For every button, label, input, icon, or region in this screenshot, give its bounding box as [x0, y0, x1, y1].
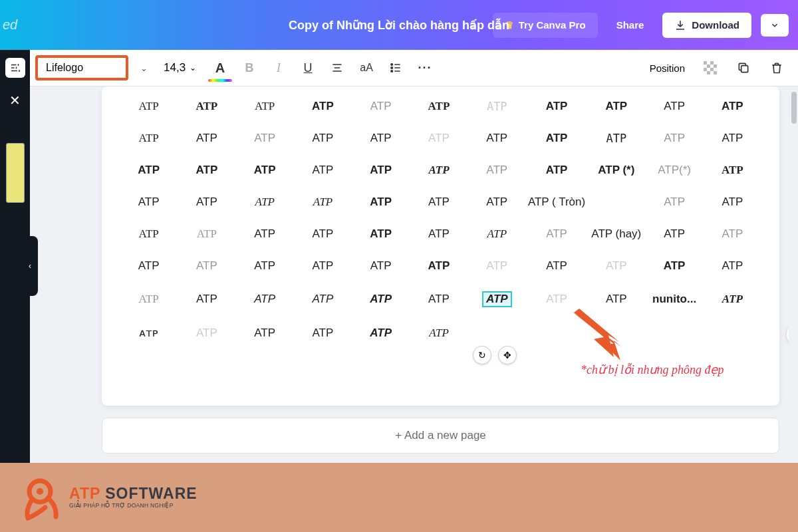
font-sample-cell[interactable]: ATP: [180, 162, 233, 178]
font-sample-cell[interactable]: ATP: [122, 162, 176, 178]
font-sample-cell[interactable]: ATP: [706, 258, 759, 274]
font-sample-cell[interactable]: ATP: [296, 130, 350, 146]
font-sample-cell[interactable]: ᴀᴛᴘ: [122, 325, 176, 341]
document-title[interactable]: Copy of Những Lời chào hàng hấp dẫn: [289, 18, 509, 33]
font-sample-cell[interactable]: ATP: [528, 258, 585, 274]
font-sample-cell[interactable]: ATP: [296, 325, 350, 341]
font-sample-cell[interactable]: ATP: [238, 194, 292, 210]
transparency-button[interactable]: [698, 56, 722, 80]
font-sample-cell[interactable]: ATP: [354, 162, 408, 178]
font-sample-cell[interactable]: ATP: [238, 291, 292, 307]
font-sample-cell[interactable]: ATP: [706, 98, 759, 114]
font-sample-cell[interactable]: nunito...: [647, 291, 701, 307]
font-sample-cell[interactable]: ATP: [180, 258, 233, 274]
font-sample-cell[interactable]: ATP: [354, 194, 408, 210]
move-handle[interactable]: ✥: [498, 346, 517, 364]
font-sample-cell[interactable]: ATP: [238, 258, 292, 274]
font-sample-cell[interactable]: [470, 332, 524, 334]
font-sample-cell[interactable]: ATP: [528, 98, 585, 114]
font-sample-cell[interactable]: ATP: [122, 194, 176, 210]
font-sample-cell[interactable]: ATP: [412, 325, 466, 341]
font-sample-cell[interactable]: ATP: [589, 258, 643, 274]
font-sample-cell[interactable]: ATP: [647, 98, 701, 114]
list-button[interactable]: [384, 56, 408, 80]
font-sample-cell[interactable]: ATP: [412, 291, 466, 307]
font-sample-cell[interactable]: ATP: [412, 162, 466, 178]
font-sample-cell[interactable]: ATP: [354, 98, 408, 114]
download-button[interactable]: Download: [662, 13, 751, 38]
design-canvas[interactable]: ATPATPATPATPATPATPATPATPATPATPATPATPATPA…: [102, 86, 779, 406]
font-sample-cell[interactable]: ATP: [706, 130, 759, 146]
font-sample-cell[interactable]: ATP: [238, 130, 292, 146]
font-sample-cell[interactable]: ATP: [589, 291, 643, 307]
adjustments-button[interactable]: [5, 58, 25, 78]
font-sample-cell[interactable]: [647, 332, 701, 334]
font-sample-cell[interactable]: ATP: [528, 130, 585, 146]
font-size-control[interactable]: 14,3 ⌄: [164, 61, 196, 74]
font-sample-cell[interactable]: ATP: [412, 258, 466, 274]
share-button[interactable]: Share: [607, 13, 654, 37]
font-sample-cell[interactable]: ATP: [470, 130, 524, 146]
font-sample-cell[interactable]: ATP: [180, 325, 233, 341]
font-sample-cell[interactable]: ATP: [180, 226, 233, 242]
font-sample-cell[interactable]: ATP: [647, 130, 701, 146]
font-sample-cell[interactable]: ATP(*): [647, 162, 701, 178]
font-sample-cell[interactable]: ATP: [470, 226, 524, 242]
font-sample-cell[interactable]: ATP: [706, 226, 759, 242]
font-sample-cell[interactable]: ATP: [354, 325, 408, 341]
font-sample-cell[interactable]: ATP: [589, 130, 643, 146]
font-sample-cell[interactable]: ATP: [122, 258, 176, 274]
font-sample-cell[interactable]: ATP: [296, 194, 350, 210]
font-sample-cell[interactable]: ATP: [647, 258, 701, 274]
position-button[interactable]: Position: [646, 60, 689, 76]
font-sample-cell[interactable]: [528, 332, 585, 334]
font-sample-cell[interactable]: ATP: [354, 226, 408, 242]
font-sample-cell[interactable]: ATP: [412, 98, 466, 114]
font-sample-cell[interactable]: ATP: [354, 258, 408, 274]
font-sample-cell[interactable]: ATP: [528, 162, 585, 178]
text-case-button[interactable]: aA: [354, 56, 378, 80]
font-sample-cell[interactable]: ATP: [647, 194, 701, 210]
download-caret-button[interactable]: [761, 14, 789, 37]
font-sample-cell[interactable]: ATP: [412, 194, 466, 210]
font-sample-cell[interactable]: ATP: [296, 258, 350, 274]
font-sample-cell[interactable]: ATP: [354, 291, 408, 307]
font-sample-cell[interactable]: ATP: [122, 226, 176, 242]
font-sample-cell[interactable]: ATP: [296, 98, 350, 114]
page-thumbnail[interactable]: [6, 143, 25, 203]
font-sample-cell[interactable]: ATP: [470, 290, 524, 309]
underline-button[interactable]: U: [296, 56, 320, 80]
font-sample-cell[interactable]: ATP: [706, 194, 759, 210]
font-sample-cell[interactable]: ATP: [470, 258, 524, 274]
font-sample-cell[interactable]: ATP: [122, 291, 176, 307]
close-panel-button[interactable]: ✕: [9, 92, 21, 108]
font-sample-cell[interactable]: ATP: [589, 98, 643, 114]
font-sample-cell[interactable]: ATP: [122, 98, 176, 114]
font-sample-cell[interactable]: ATP: [412, 130, 466, 146]
scrollbar-thumb[interactable]: [791, 92, 797, 124]
font-family-caret[interactable]: ⌄: [132, 63, 156, 73]
rotate-handle[interactable]: ↻: [473, 346, 491, 364]
font-sample-cell[interactable]: ATP: [180, 291, 233, 307]
font-sample-cell[interactable]: ATP: [180, 130, 233, 146]
font-sample-cell[interactable]: ATP: [470, 98, 524, 114]
font-sample-cell[interactable]: ATP: [296, 226, 350, 242]
font-sample-cell[interactable]: ATP: [238, 325, 292, 341]
font-sample-cell[interactable]: ATP: [238, 226, 292, 242]
font-sample-cell[interactable]: ATP: [180, 194, 233, 210]
font-sample-cell[interactable]: ATP: [470, 194, 524, 210]
font-sample-cell[interactable]: ATP: [706, 291, 759, 307]
font-sample-cell[interactable]: ATP ( Tròn): [528, 194, 585, 210]
text-color-button[interactable]: A: [208, 56, 232, 80]
font-sample-cell[interactable]: ATP: [180, 98, 233, 114]
delete-button[interactable]: [765, 56, 789, 80]
font-sample-cell[interactable]: [589, 201, 643, 203]
font-sample-cell[interactable]: ATP: [296, 291, 350, 307]
more-button[interactable]: ···: [413, 56, 437, 80]
font-sample-cell[interactable]: ATP: [238, 98, 292, 114]
font-sample-cell[interactable]: ATP (*): [589, 162, 643, 178]
font-sample-cell[interactable]: [589, 332, 643, 334]
font-family-input[interactable]: Lifelogo: [35, 55, 128, 80]
font-sample-cell[interactable]: ATP: [528, 291, 585, 307]
add-page-button[interactable]: + Add a new page: [102, 418, 779, 454]
